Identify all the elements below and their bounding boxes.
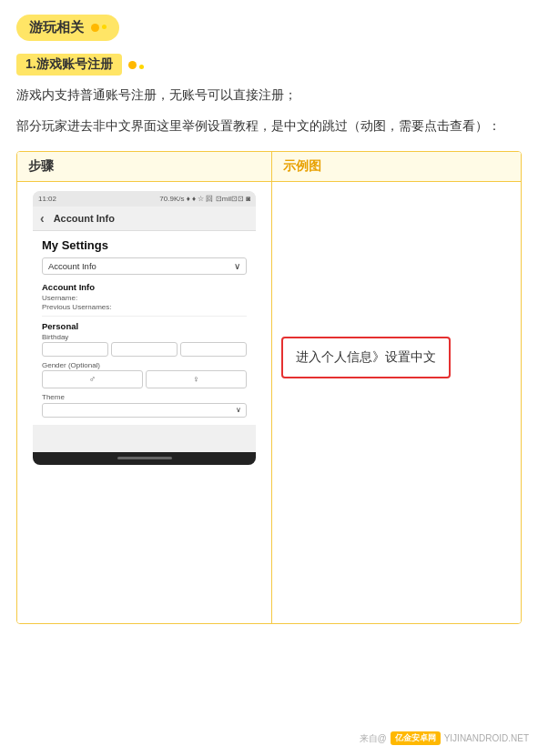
phone-username-label: Username: xyxy=(42,294,247,302)
phone-birthday-year[interactable] xyxy=(180,342,247,357)
tag-label: 游玩相关 xyxy=(29,19,84,36)
phone-theme-dropdown[interactable]: ∨ xyxy=(42,403,247,418)
phone-birthday-month[interactable] xyxy=(42,342,108,357)
phone-gender-icon1: ♂ xyxy=(89,374,96,384)
phone-birthday-row xyxy=(42,342,247,357)
phone-my-settings-title: My Settings xyxy=(42,238,247,252)
body-text-2: 部分玩家进去非中文界面这里举例设置教程，是中文的跳过（动图，需要点击查看）： xyxy=(16,116,522,137)
phone-bottom-indicator xyxy=(117,457,172,459)
phone-dropdown-value: Account Info xyxy=(48,261,96,271)
steps-table: 步骤 11:02 70.9K/s ♦ ♦ ☆ 回 ⊡mil⊡⊡ ◙ ‹ Acco… xyxy=(16,151,522,624)
example-content: 进入个人信息》设置中文 xyxy=(272,182,521,388)
phone-back-arrow[interactable]: ‹ xyxy=(40,211,45,226)
youwan-tag: 游玩相关 xyxy=(16,15,119,41)
annotation-text: 进入个人信息》设置中文 xyxy=(296,349,436,364)
phone-nav-title: Account Info xyxy=(54,213,115,224)
phone-nav-bar: ‹ Account Info xyxy=(33,207,256,231)
steps-column: 步骤 11:02 70.9K/s ♦ ♦ ☆ 回 ⊡mil⊡⊡ ◙ ‹ Acco… xyxy=(17,152,272,623)
annotation-box: 进入个人信息》设置中文 xyxy=(281,337,451,378)
phone-birthday-label: Birthday xyxy=(42,333,247,341)
steps-header: 步骤 xyxy=(17,152,271,182)
section-title-text: 1.游戏账号注册 xyxy=(16,54,122,76)
body-text-1: 游戏内支持普通账号注册，无账号可以直接注册； xyxy=(16,85,522,106)
phone-gender-row: ♂ ♀ xyxy=(42,370,247,388)
phone-time: 11:02 xyxy=(38,195,56,203)
phone-theme-label: Theme xyxy=(42,393,247,401)
phone-account-dropdown[interactable]: Account Info ∨ xyxy=(42,257,247,275)
dot-big2 xyxy=(128,61,137,69)
phone-dropdown-arrow: ∨ xyxy=(234,261,240,271)
phone-personal-label: Personal xyxy=(42,321,247,331)
phone-status-bar: 11:02 70.9K/s ♦ ♦ ☆ 回 ⊡mil⊡⊡ ◙ xyxy=(33,191,256,207)
phone-gender-icon2: ♀ xyxy=(193,374,200,384)
phone-gender-label: Gender (Optional) xyxy=(42,361,247,369)
dot-big xyxy=(91,24,99,32)
phone-content: My Settings Account Info ∨ Account Info … xyxy=(33,231,256,425)
dot-small2 xyxy=(139,65,144,69)
phone-bottom-bar xyxy=(33,452,256,465)
phone-status-icons: 70.9K/s ♦ ♦ ☆ 回 ⊡mil⊡⊡ ◙ xyxy=(159,194,250,204)
phone-prev-username-label: Previous Usernames: xyxy=(42,303,247,311)
watermark-at: 来自@ xyxy=(360,732,387,745)
watermark-url: YIJINANDROID.NET xyxy=(444,733,529,743)
section-title-dots xyxy=(128,61,144,69)
phone-account-info-label: Account Info xyxy=(42,282,247,292)
dot-small xyxy=(102,25,107,29)
phone-gender-male[interactable]: ♂ xyxy=(42,370,143,388)
example-column: 示例图 进入个人信息》设置中文 xyxy=(272,152,521,623)
phone-mockup: 11:02 70.9K/s ♦ ♦ ☆ 回 ⊡mil⊡⊡ ◙ ‹ Account… xyxy=(33,191,256,465)
watermark-logo: 亿金安卓网 xyxy=(391,731,441,745)
example-header: 示例图 xyxy=(272,152,521,182)
watermark: 来自@ 亿金安卓网 YIJINANDROID.NET xyxy=(360,731,530,745)
phone-gender-female[interactable]: ♀ xyxy=(146,370,247,388)
phone-theme-arrow: ∨ xyxy=(236,406,241,414)
phone-divider-1 xyxy=(42,316,247,317)
section-title-row: 1.游戏账号注册 xyxy=(16,54,522,76)
phone-birthday-day[interactable] xyxy=(111,342,178,357)
tag-dots xyxy=(91,24,107,32)
